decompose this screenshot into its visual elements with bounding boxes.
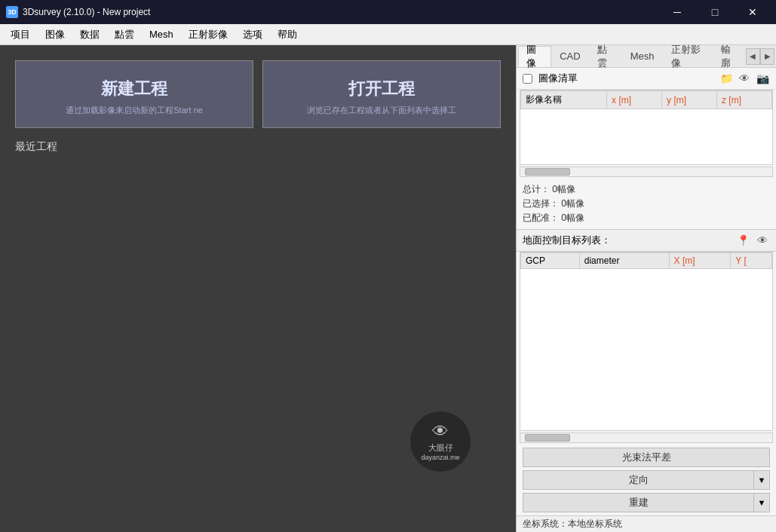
tabs-row: 圖像 CAD 點雲 Mesh 正射影像 輸廓 ◀ ▶ [517, 45, 776, 68]
image-stats: 总计： 0幅像 已选择： 0幅像 已配准： 0幅像 [517, 179, 776, 229]
image-list-checkbox-row: 圖像清單 📁 👁 📷 [517, 68, 776, 90]
new-project-desc: 通过加载影像来启动新的工程Start ne [66, 105, 203, 116]
coord-status: 坐标系统：本地坐标系统 [517, 515, 776, 532]
menu-pointcloud[interactable]: 點雲 [107, 25, 142, 44]
new-project-button[interactable]: 新建工程 通过加载影像来启动新的工程Start ne [15, 60, 253, 128]
gcp-table: GCP diameter X [m] Y [ [520, 252, 772, 269]
col-y: y [m] [662, 91, 717, 109]
image-scrollbar[interactable] [520, 167, 773, 177]
gcp-col-y: Y [ [731, 253, 772, 269]
image-scrollbar-thumb[interactable] [525, 168, 570, 176]
bottom-section: 光束法平差 定向 ▼ 重建 ▼ [517, 445, 776, 515]
minimize-button[interactable]: ─ [660, 0, 695, 24]
image-list-checkbox[interactable] [523, 74, 532, 84]
main-layout: 新建工程 通过加载影像来启动新的工程Start ne 打开工程 浏览已存在工程或… [0, 45, 776, 532]
gcp-scrollbar-thumb[interactable] [525, 434, 570, 442]
titlebar-title: 3Dsurvey (2.10.0) - New project [23, 7, 660, 17]
open-project-title: 打开工程 [348, 78, 415, 100]
orient-row: 定向 ▼ [523, 470, 770, 490]
menu-project[interactable]: 项目 [3, 25, 38, 44]
reconstruct-button[interactable]: 重建 [523, 493, 753, 512]
gcp-icons: 📍 👁 [735, 233, 770, 248]
reconstruct-dropdown-button[interactable]: ▼ [753, 493, 770, 512]
stat-matched: 已配准： 0幅像 [523, 212, 770, 225]
watermark: 👁 大眼仔 dayanzai.me [410, 411, 471, 472]
left-panel: 新建工程 通过加载影像来启动新的工程Start ne 打开工程 浏览已存在工程或… [0, 45, 516, 532]
gcp-header: 地面控制目标列表： 📍 👁 [517, 229, 776, 252]
project-buttons: 新建工程 通过加载影像来启动新的工程Start ne 打开工程 浏览已存在工程或… [15, 60, 501, 128]
reconstruct-row: 重建 ▼ [523, 493, 770, 512]
menubar: 项目 图像 数据 點雲 Mesh 正射影像 选项 帮助 [0, 24, 776, 45]
tab-mesh[interactable]: Mesh [622, 46, 663, 67]
tab-nav-right[interactable]: ▶ [760, 48, 774, 65]
close-button[interactable]: ✕ [735, 0, 770, 24]
image-table: 影像名稱 x [m] y [m] z [m] [520, 90, 772, 109]
open-project-desc: 浏览已存在工程或者从下面列表中选择工 [307, 105, 456, 116]
orient-button[interactable]: 定向 [523, 470, 753, 490]
open-project-button[interactable]: 打开工程 浏览已存在工程或者从下面列表中选择工 [262, 60, 501, 128]
col-x: x [m] [607, 91, 662, 109]
tab-ortho[interactable]: 正射影像 [663, 46, 713, 67]
titlebar-controls: ─ □ ✕ [660, 0, 770, 24]
menu-mesh[interactable]: Mesh [142, 26, 181, 43]
menu-image[interactable]: 图像 [38, 25, 72, 44]
tab-pointcloud[interactable]: 點雲 [589, 46, 622, 67]
gcp-title: 地面控制目标列表： [523, 234, 735, 247]
stat-selected: 已选择： 0幅像 [523, 197, 770, 210]
gcp-scrollbar[interactable] [520, 433, 773, 443]
tab-cad[interactable]: CAD [551, 46, 588, 67]
recent-label: 最近工程 [15, 140, 501, 154]
bundle-adjust-button[interactable]: 光束法平差 [523, 448, 770, 467]
gcp-col-name: GCP [521, 253, 580, 269]
menu-ortho[interactable]: 正射影像 [181, 25, 235, 44]
camera-icon[interactable]: 📷 [755, 71, 770, 86]
tab-nav-left[interactable]: ◀ [746, 48, 760, 65]
menu-data[interactable]: 数据 [72, 25, 107, 44]
import-icon[interactable]: 📁 [719, 71, 734, 86]
image-table-wrapper: 影像名稱 x [m] y [m] z [m] [520, 90, 773, 165]
app-icon: 3D [6, 6, 18, 18]
right-panel: 圖像 CAD 點雲 Mesh 正射影像 輸廓 ◀ ▶ 圖像清單 📁 👁 📷 影像… [516, 45, 776, 532]
gcp-marker-icon[interactable]: 📍 [735, 233, 750, 248]
orient-dropdown-button[interactable]: ▼ [753, 470, 770, 490]
gcp-table-wrapper: GCP diameter X [m] Y [ [520, 252, 773, 431]
eye-icon[interactable]: 👁 [737, 71, 752, 86]
col-image-name: 影像名稱 [521, 91, 607, 109]
col-z: z [m] [717, 91, 772, 109]
menu-options[interactable]: 选项 [235, 25, 270, 44]
gcp-col-x: X [m] [669, 253, 731, 269]
tab-image[interactable]: 圖像 [518, 46, 551, 67]
new-project-title: 新建工程 [101, 78, 167, 100]
maximize-button[interactable]: □ [698, 0, 732, 24]
stat-total: 总计： 0幅像 [523, 183, 770, 196]
menu-help[interactable]: 帮助 [270, 25, 305, 44]
gcp-col-diameter: diameter [579, 253, 669, 269]
tab-contour[interactable]: 輸廓 [713, 46, 746, 67]
image-list-label: 圖像清單 [538, 72, 716, 85]
gcp-eye-icon[interactable]: 👁 [755, 233, 770, 248]
titlebar: 3D 3Dsurvey (2.10.0) - New project ─ □ ✕ [0, 0, 776, 24]
